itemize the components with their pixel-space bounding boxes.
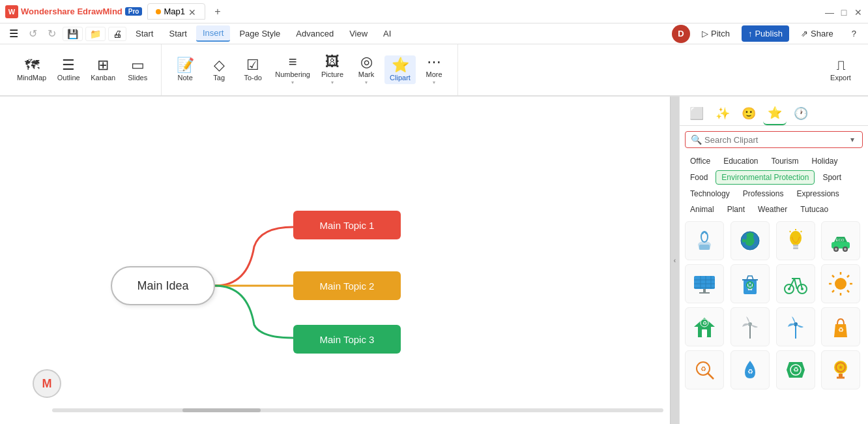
map-tab[interactable]: Map1 ✕ xyxy=(147,3,205,20)
outline-btn[interactable]: ☰ Outline xyxy=(53,55,84,84)
mark-icon: ◎ xyxy=(360,55,373,69)
more-btn[interactable]: ⋯ More ▾ xyxy=(418,52,450,88)
back-btn[interactable]: ↺ xyxy=(25,26,41,41)
numbering-btn[interactable]: ≡ Numbering ▾ xyxy=(271,52,314,88)
canvas[interactable]: Main Idea Main Topic 1 Main Topic 2 Main… xyxy=(0,97,670,424)
picture-btn[interactable]: 🖼 Picture ▾ xyxy=(317,52,348,88)
cat-technology[interactable]: Technology xyxy=(685,187,735,200)
category-tags: Office Education Tourism Holiday Food En… xyxy=(685,155,863,216)
shapes-tab-icon: ⬜ xyxy=(689,106,704,121)
note-btn[interactable]: 📝 Note xyxy=(169,55,201,84)
picture-icon: 🖼 xyxy=(325,55,340,69)
user-avatar[interactable]: D xyxy=(672,25,690,43)
menu-insert[interactable]: Insert xyxy=(196,25,231,42)
clipart-btn[interactable]: ⭐ Clipart xyxy=(384,55,416,84)
menu-start[interactable]: Start xyxy=(162,26,193,41)
pitch-btn[interactable]: ▷ Pitch xyxy=(695,25,736,42)
menu-view[interactable]: View xyxy=(343,26,374,41)
horizontal-scrollbar[interactable] xyxy=(52,408,663,412)
open-btn[interactable]: 📁 xyxy=(85,27,106,41)
sidebar-tab-clipart[interactable]: ⭐ xyxy=(763,102,787,125)
cat-plant[interactable]: Plant xyxy=(722,203,750,216)
app-brand: Wondershare EdrawMind xyxy=(21,7,123,16)
cat-env-protection[interactable]: Environmental Protection xyxy=(716,170,815,185)
clipart-item-recycle-search[interactable]: ♻ xyxy=(685,350,724,389)
more-label: More xyxy=(426,70,442,78)
tag-icon: ◇ xyxy=(214,58,225,72)
print-btn[interactable]: 🖨 xyxy=(108,27,126,41)
todo-btn[interactable]: ☑ To-do xyxy=(237,55,268,84)
clipart-item-eco-car[interactable]: ECO xyxy=(821,221,860,260)
export-btn[interactable]: ⎍ Export xyxy=(825,55,856,84)
main-idea-label: Main Idea xyxy=(137,279,188,293)
tab-modified-dot xyxy=(156,9,161,14)
tab-close-btn[interactable]: ✕ xyxy=(188,7,197,16)
cat-professions[interactable]: Professions xyxy=(738,187,789,200)
cat-tourism[interactable]: Tourism xyxy=(766,155,804,168)
clipart-item-wind-turbine2[interactable] xyxy=(776,307,815,346)
cat-holiday[interactable]: Holiday xyxy=(807,155,843,168)
mark-btn[interactable]: ◎ Mark ▾ xyxy=(351,52,382,88)
search-dropdown-btn[interactable]: ▾ xyxy=(848,135,857,144)
clipart-item-eco-bag[interactable]: ♻ xyxy=(821,307,860,346)
clipart-sidebar: ⬜ ✨ 🙂 ⭐ 🕐 🔍 ▾ Off xyxy=(679,97,868,424)
menu-advanced[interactable]: Advanced xyxy=(289,26,340,41)
clipart-item-water-drop[interactable]: ♻ xyxy=(731,350,770,389)
cat-animal[interactable]: Animal xyxy=(685,203,719,216)
mindmap-btn[interactable]: 🗺 MindMap xyxy=(13,55,50,84)
cat-tutucao[interactable]: Tutucao xyxy=(795,203,833,216)
kanban-btn[interactable]: ⊞ Kanban xyxy=(87,55,119,84)
clipart-item-solar-panel[interactable] xyxy=(685,264,724,303)
minimize-btn[interactable]: — xyxy=(825,7,834,16)
cat-office[interactable]: Office xyxy=(685,155,716,168)
topic-3-node[interactable]: Main Topic 3 xyxy=(293,325,401,354)
clipart-item-wind-turbine1[interactable] xyxy=(731,307,770,346)
sidebar-collapse-arrow[interactable]: ‹ xyxy=(670,97,679,424)
share-icon: ⇗ xyxy=(801,29,808,38)
new-tab-btn[interactable]: + xyxy=(210,5,225,19)
maximize-btn[interactable]: □ xyxy=(839,7,848,16)
clipart-item-water-hand[interactable] xyxy=(685,221,724,260)
menu-page-style[interactable]: Page Style xyxy=(233,26,287,41)
sidebar-tab-emoji[interactable]: 🙂 xyxy=(737,102,760,125)
topic-2-node[interactable]: Main Topic 2 xyxy=(293,271,401,300)
clipart-search-input[interactable] xyxy=(704,135,848,145)
window-controls: — □ ✕ xyxy=(825,7,863,16)
export-label: Export xyxy=(830,74,851,82)
clipart-item-bulb[interactable] xyxy=(776,221,815,260)
main-idea-node[interactable]: Main Idea xyxy=(111,266,215,305)
clipart-item-sun[interactable] xyxy=(821,264,860,303)
slides-btn[interactable]: ▭ Slides xyxy=(122,55,153,84)
svg-line-39 xyxy=(832,290,834,292)
clipart-item-bicycle[interactable] xyxy=(776,264,815,303)
cat-sport[interactable]: Sport xyxy=(817,170,846,185)
clipart-icon: ⭐ xyxy=(392,58,409,72)
hamburger-menu[interactable]: ☰ xyxy=(5,26,22,41)
save-btn[interactable]: 💾 xyxy=(63,27,83,41)
sidebar-tab-sticker[interactable]: 🕐 xyxy=(789,102,813,125)
scrollbar-thumb[interactable] xyxy=(182,408,261,412)
cat-food[interactable]: Food xyxy=(685,170,713,185)
menu-file[interactable]: Start xyxy=(129,26,160,41)
menu-ai[interactable]: AI xyxy=(377,26,398,41)
svg-line-38 xyxy=(847,275,849,277)
share-btn[interactable]: ⇗ Share xyxy=(794,25,840,42)
clipart-item-eco-house[interactable]: ♻ xyxy=(685,307,724,346)
tag-btn[interactable]: ◇ Tag xyxy=(203,55,235,84)
help-btn[interactable]: ? xyxy=(845,25,863,42)
publish-btn[interactable]: ↑ Publish xyxy=(742,25,789,42)
svg-text:♻: ♻ xyxy=(702,320,707,326)
close-btn[interactable]: ✕ xyxy=(854,7,863,16)
sidebar-tab-shapes[interactable]: ⬜ xyxy=(685,102,708,125)
forward-btn[interactable]: ↻ xyxy=(44,26,60,41)
topic-1-node[interactable]: Main Topic 1 xyxy=(293,211,401,239)
logo-icon: W xyxy=(5,5,18,18)
cat-expressions[interactable]: Expressions xyxy=(791,187,844,200)
sidebar-tab-smart[interactable]: ✨ xyxy=(711,102,734,125)
clipart-item-earth[interactable] xyxy=(731,221,770,260)
cat-education[interactable]: Education xyxy=(718,155,763,168)
clipart-item-eco-label[interactable]: ♻ xyxy=(776,350,815,389)
clipart-item-eco-bin[interactable] xyxy=(731,264,770,303)
clipart-item-eco-award[interactable]: ★ xyxy=(821,350,860,389)
cat-weather[interactable]: Weather xyxy=(753,203,792,216)
